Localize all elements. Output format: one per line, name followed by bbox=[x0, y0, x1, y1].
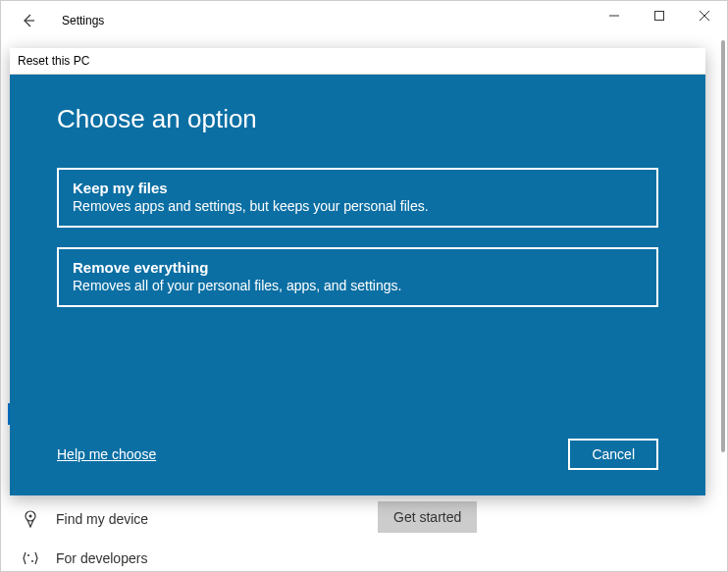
developer-icon bbox=[21, 548, 40, 568]
cancel-button[interactable]: Cancel bbox=[568, 439, 658, 470]
option-keep-my-files[interactable]: Keep my files Removes apps and settings,… bbox=[57, 168, 658, 228]
option-remove-everything[interactable]: Remove everything Removes all of your pe… bbox=[57, 247, 658, 307]
dialog-body: Choose an option Keep my files Removes a… bbox=[10, 75, 705, 495]
sidebar-item-for-developers[interactable]: For developers bbox=[17, 539, 311, 572]
location-icon bbox=[21, 509, 40, 529]
svg-point-5 bbox=[29, 515, 32, 518]
maximize-button[interactable] bbox=[637, 1, 682, 30]
dialog-footer: Help me choose Cancel bbox=[57, 439, 658, 470]
sidebar-item-label: Find my device bbox=[56, 511, 148, 527]
svg-point-6 bbox=[27, 554, 29, 556]
reset-pc-dialog: Reset this PC Choose an option Keep my f… bbox=[10, 48, 705, 495]
minimize-button[interactable] bbox=[592, 1, 637, 30]
option-title: Keep my files bbox=[73, 180, 643, 196]
dialog-header: Reset this PC bbox=[10, 48, 705, 75]
window-title: Settings bbox=[62, 14, 104, 27]
close-button[interactable] bbox=[682, 1, 727, 30]
sidebar-item-find-my-device[interactable]: Find my device bbox=[17, 499, 311, 539]
scrollbar[interactable] bbox=[721, 40, 725, 452]
window-controls bbox=[592, 1, 727, 30]
svg-rect-1 bbox=[655, 12, 664, 21]
get-started-button[interactable]: Get started bbox=[378, 501, 477, 533]
sidebar-item-label: For developers bbox=[56, 550, 147, 566]
option-title: Remove everything bbox=[73, 259, 643, 276]
dialog-title: Choose an option bbox=[57, 104, 658, 134]
option-description: Removes apps and settings, but keeps you… bbox=[73, 198, 643, 214]
help-me-choose-link[interactable]: Help me choose bbox=[57, 446, 156, 462]
back-button[interactable] bbox=[17, 9, 40, 32]
option-description: Removes all of your personal files, apps… bbox=[73, 278, 643, 293]
svg-point-7 bbox=[31, 560, 33, 562]
sidebar: Find my device For developers bbox=[17, 499, 311, 572]
